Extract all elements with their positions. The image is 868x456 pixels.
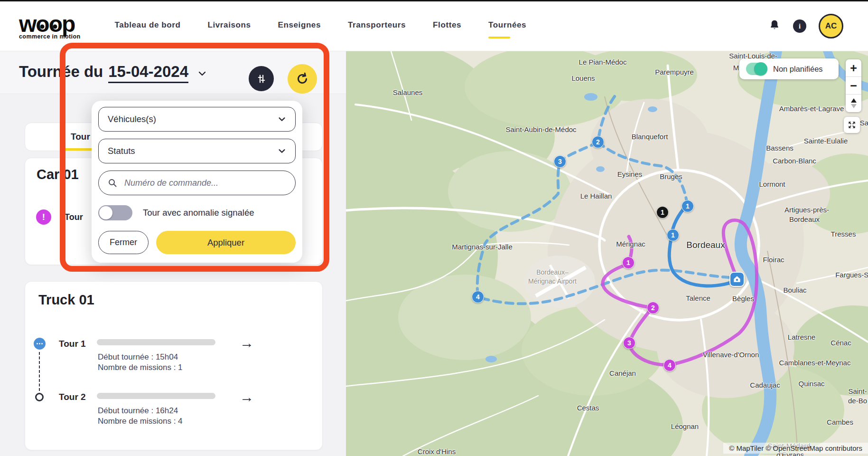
route-stop-marker-blue[interactable]: 3 <box>554 155 566 168</box>
zoom-out-button[interactable]: − <box>846 77 861 95</box>
order-search-input[interactable] <box>123 178 286 189</box>
apply-button[interactable]: Appliquer <box>156 231 296 254</box>
search-icon <box>108 178 117 188</box>
anomaly-toggle-label: Tour avec anomalie signalée <box>143 208 254 218</box>
unplanned-toggle-card: Non planifiées <box>739 58 839 79</box>
open-tour-arrow[interactable]: → <box>240 390 254 404</box>
map-canvas[interactable]: SalaunesLe Pian-MédocLouensParempuyreSai… <box>346 51 868 456</box>
filter-popup: Véhicules(s) Statuts Tour avec anomalie … <box>92 101 302 263</box>
logo-woop: woop <box>19 13 80 36</box>
page-title: Tournée du 15-04-2024 <box>19 63 207 83</box>
route-stop-marker-blue[interactable]: 1 <box>681 200 694 212</box>
depot-marker[interactable] <box>729 272 745 287</box>
tour-row[interactable]: ! Tour <box>36 209 83 225</box>
top-nav: woop commerce in motion Tableau de bordL… <box>0 0 868 51</box>
tour-label: Tour <box>65 212 83 222</box>
zoom-in-button[interactable]: + <box>846 59 861 77</box>
nav-item-flottes[interactable]: Flottes <box>433 20 461 32</box>
tour-progress-bar <box>97 339 215 345</box>
tour-label: Tour 2 <box>59 392 86 402</box>
vehicle-card-truck-01: Truck 01 Tour 1 Début tournée : 15h04 No… <box>25 281 323 450</box>
tour-in-progress-node <box>34 338 46 350</box>
refresh-button[interactable] <box>288 64 317 94</box>
tour-start-time: Début tournée : 15h04 <box>98 352 183 362</box>
chevron-down-icon <box>278 147 286 155</box>
route-stop-marker-black[interactable]: 1 <box>656 206 669 218</box>
app-window: woop commerce in motion Tableau de bordL… <box>0 0 868 456</box>
tilt-arrows-icon <box>851 98 857 108</box>
tours-panel: Tournée du 15-04-2024 Tour Car 01 ! Tour <box>0 51 346 456</box>
nav-item-livraisons[interactable]: Livraisons <box>208 20 251 32</box>
tour-progress-bar <box>97 393 215 399</box>
nav-item-transporteurs[interactable]: Transporteurs <box>348 20 406 32</box>
map-markers: 2341111234 <box>346 51 868 456</box>
main-nav: Tableau de bordLivraisonsEnseignesTransp… <box>114 20 526 32</box>
tour-start-time: Début tournée : 16h24 <box>98 406 183 416</box>
home-icon <box>732 275 742 284</box>
tour-details: Début tournée : 16h24 Nombre de missions… <box>98 406 183 427</box>
open-tour-arrow[interactable]: → <box>240 336 254 350</box>
status-select-label: Statuts <box>108 146 135 156</box>
nav-right: i AC <box>768 14 843 38</box>
expand-icon <box>847 120 857 130</box>
anomaly-toggle[interactable] <box>98 205 132 220</box>
route-stop-marker-blue[interactable]: 1 <box>667 229 679 241</box>
vehicles-select-label: Véhicules(s) <box>108 114 156 124</box>
vehicle-name: Car 01 <box>37 167 79 182</box>
map-attribution: © MapTiler © OpenStreetMap contributors <box>723 443 868 454</box>
unplanned-toggle-label: Non planifiées <box>773 65 823 74</box>
vehicle-name: Truck 01 <box>38 292 94 308</box>
refresh-icon <box>295 72 309 86</box>
order-search <box>98 171 296 195</box>
vehicles-select[interactable]: Véhicules(s) <box>98 107 296 132</box>
route-stop-marker-magenta[interactable]: 1 <box>622 256 635 269</box>
info-icon[interactable]: i <box>793 19 806 33</box>
panel-header: Tournée du 15-04-2024 <box>0 51 346 94</box>
nav-item-tournées[interactable]: Tournées <box>488 20 526 32</box>
anomaly-badge: ! <box>36 209 51 225</box>
chevron-down-icon[interactable] <box>197 64 207 82</box>
route-stop-marker-blue[interactable]: 4 <box>472 291 484 303</box>
tour-missions-count: Nombre de missions : 1 <box>98 362 183 373</box>
timeline-connector <box>39 352 40 391</box>
tilt-control[interactable] <box>846 95 861 112</box>
unplanned-toggle[interactable] <box>746 63 767 75</box>
anomaly-toggle-row: Tour avec anomalie signalée <box>98 205 296 220</box>
avatar[interactable]: AC <box>819 14 843 38</box>
filters-button[interactable] <box>249 66 274 91</box>
tour-label: Tour 1 <box>59 339 86 349</box>
fullscreen-button[interactable] <box>844 117 860 133</box>
route-stop-marker-blue[interactable]: 2 <box>592 136 604 148</box>
status-select[interactable]: Statuts <box>98 139 296 163</box>
tour-missions-count: Nombre de missions : 4 <box>98 416 183 427</box>
title-prefix: Tournée du <box>19 63 103 81</box>
route-stop-marker-magenta[interactable]: 3 <box>623 337 635 349</box>
chevron-down-icon <box>278 115 286 124</box>
popup-actions: Fermer Appliquer <box>98 231 296 254</box>
close-button[interactable]: Fermer <box>98 231 149 254</box>
logo: woop commerce in motion <box>19 13 80 40</box>
tab-tour[interactable]: Tour <box>71 132 90 142</box>
nav-item-tableau-de-bord[interactable]: Tableau de bord <box>114 20 180 32</box>
route-stop-marker-magenta[interactable]: 4 <box>663 359 676 371</box>
route-stop-marker-magenta[interactable]: 2 <box>647 302 659 314</box>
bell-icon[interactable] <box>768 19 781 33</box>
tour-details: Début tournée : 15h04 Nombre de missions… <box>98 352 183 373</box>
sliders-icon <box>256 73 267 85</box>
map-zoom-controls: + − <box>846 59 861 112</box>
date-select[interactable]: 15-04-2024 <box>108 63 188 83</box>
nav-item-enseignes[interactable]: Enseignes <box>278 20 321 32</box>
tour-pending-node <box>35 393 44 401</box>
